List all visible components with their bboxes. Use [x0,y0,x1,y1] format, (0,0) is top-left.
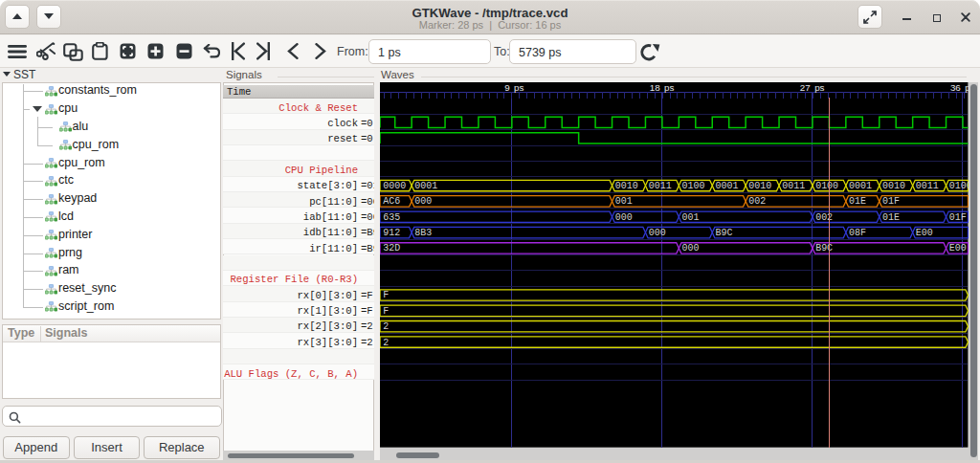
svg-text:000: 000 [649,228,666,238]
svg-text:F: F [383,306,389,317]
svg-text:ps: ps [664,82,674,93]
svg-text:0100: 0100 [682,181,705,191]
svg-text:002: 002 [815,212,833,223]
svg-text:32D: 32D [383,243,400,254]
svg-text:0001: 0001 [414,181,437,191]
svg-text:0100: 0100 [815,181,838,191]
svg-text:ps: ps [814,82,824,93]
svg-text:000: 000 [414,196,432,207]
svg-text:0011: 0011 [916,181,939,191]
svg-text:0010: 0010 [882,181,905,191]
svg-text:0011: 0011 [782,181,805,191]
svg-text:01E: 01E [849,196,866,207]
svg-text:002: 002 [748,196,766,207]
svg-text:01E: 01E [882,212,900,223]
svg-text:000: 000 [682,243,700,254]
svg-text:9: 9 [504,82,509,93]
svg-text:2: 2 [383,321,389,332]
svg-text:E00: E00 [916,228,933,238]
svg-text:ps: ps [514,82,523,93]
svg-text:18: 18 [650,82,660,93]
svg-text:B9C: B9C [715,228,732,238]
svg-text:2: 2 [383,338,389,348]
svg-text:635: 635 [383,212,400,223]
svg-text:08F: 08F [849,228,866,238]
svg-text:0010: 0010 [615,181,638,191]
svg-text:001: 001 [615,196,633,207]
svg-text:0001: 0001 [849,181,872,191]
svg-text:8B3: 8B3 [414,228,432,238]
svg-text:E00: E00 [949,243,967,254]
svg-text:AC6: AC6 [383,196,400,207]
svg-text:01F: 01F [949,212,967,223]
svg-text:36: 36 [950,82,961,93]
svg-text:912: 912 [383,228,400,238]
svg-text:0011: 0011 [649,181,672,191]
svg-text:F: F [383,290,389,300]
svg-text:0000: 0000 [383,181,406,191]
svg-text:ps: ps [965,82,968,93]
svg-text:27: 27 [800,82,811,93]
svg-text:001: 001 [682,212,700,223]
svg-text:000: 000 [615,212,633,223]
svg-text:0001: 0001 [715,181,738,191]
svg-text:0100: 0100 [949,181,969,191]
svg-text:01F: 01F [882,196,900,207]
svg-text:0010: 0010 [748,181,771,191]
svg-text:B9C: B9C [815,243,833,254]
